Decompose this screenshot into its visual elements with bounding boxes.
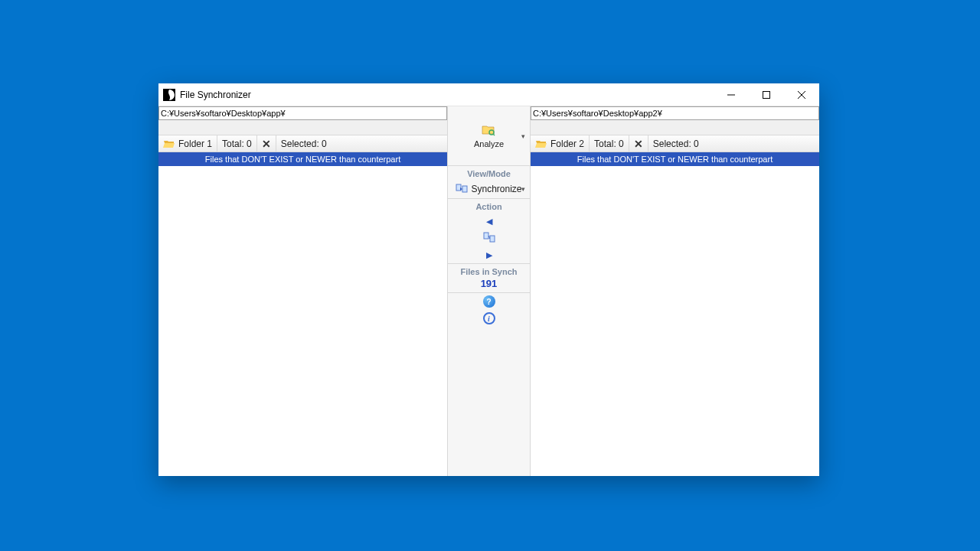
svg-rect-8	[462, 186, 467, 192]
right-clear-button[interactable]: ✕	[629, 135, 648, 152]
left-path-row	[158, 106, 447, 135]
svg-line-6	[493, 134, 495, 135]
help-icon: ?	[483, 295, 495, 308]
center-column: Analyze ▾ View/Mode Synchronize ▾ Action…	[448, 106, 530, 476]
right-path-row	[531, 106, 819, 135]
svg-rect-2	[763, 91, 770, 98]
minimize-icon	[727, 91, 735, 99]
analyze-label: Analyze	[474, 139, 504, 148]
folder-open-icon	[535, 139, 547, 149]
left-clear-button[interactable]: ✕	[257, 135, 276, 152]
left-folder-button[interactable]: Folder 1	[158, 135, 217, 152]
files-in-synch-label: Files in Synch	[448, 264, 530, 278]
right-path-input[interactable]	[531, 106, 819, 120]
close-icon	[798, 91, 805, 99]
app-window: File Synchronizer Folder 1	[158, 83, 819, 476]
left-folder-label: Folder 1	[178, 139, 212, 149]
app-icon	[163, 89, 175, 101]
x-icon: ✕	[262, 138, 271, 150]
synchronize-icon	[456, 182, 468, 196]
sync-both-button[interactable]	[448, 230, 530, 246]
right-folder-bar: Folder 2 Total: 0 ✕ Selected: 0	[531, 135, 819, 152]
right-total-label: Total: 0	[590, 135, 629, 152]
files-in-synch-count: 191	[448, 278, 530, 292]
copy-left-button[interactable]: ◀	[448, 213, 530, 230]
help-button[interactable]: ?	[448, 293, 530, 310]
copy-right-button[interactable]: ▶	[448, 246, 530, 263]
left-pane: Folder 1 Total: 0 ✕ Selected: 0 Files th…	[158, 106, 448, 476]
sync-both-icon	[483, 231, 495, 245]
left-selected-label: Selected: 0	[276, 135, 332, 152]
info-button[interactable]: i	[448, 310, 530, 327]
svg-rect-9	[484, 233, 488, 239]
left-file-list[interactable]	[158, 166, 447, 476]
analyze-dropdown[interactable]: ▾	[521, 132, 525, 140]
info-icon: i	[483, 312, 495, 324]
analyze-icon	[482, 124, 495, 138]
right-folder-button[interactable]: Folder 2	[531, 135, 590, 152]
app-title: File Synchronizer	[180, 90, 251, 100]
synchronize-button[interactable]: Synchronize ▾	[448, 180, 530, 198]
svg-rect-10	[490, 236, 495, 242]
triangle-left-icon: ◀	[486, 217, 492, 227]
left-list-header: Files that DON'T EXIST or NEWER than cou…	[158, 152, 447, 166]
content-area: Folder 1 Total: 0 ✕ Selected: 0 Files th…	[158, 106, 819, 476]
triangle-right-icon: ▶	[486, 250, 492, 260]
x-icon: ✕	[634, 138, 643, 150]
left-path-input[interactable]	[158, 106, 447, 120]
folder-open-icon	[163, 139, 175, 149]
right-folder-label: Folder 2	[550, 139, 584, 149]
left-folder-bar: Folder 1 Total: 0 ✕ Selected: 0	[158, 135, 447, 152]
maximize-icon	[763, 91, 770, 99]
right-selected-label: Selected: 0	[648, 135, 704, 152]
analyze-section: Analyze ▾	[448, 106, 530, 166]
titlebar: File Synchronizer	[158, 83, 819, 106]
close-button[interactable]	[784, 83, 819, 106]
synchronize-label: Synchronize	[471, 184, 521, 194]
synchronize-dropdown[interactable]: ▾	[521, 185, 525, 193]
minimize-button[interactable]	[714, 83, 749, 106]
left-total-label: Total: 0	[217, 135, 257, 152]
analyze-button[interactable]: Analyze	[474, 124, 504, 148]
action-label: Action	[448, 199, 530, 213]
maximize-button[interactable]	[749, 83, 784, 106]
viewmode-label: View/Mode	[448, 166, 530, 180]
right-pane: Folder 2 Total: 0 ✕ Selected: 0 Files th…	[530, 106, 819, 476]
right-list-header: Files that DON'T EXIST or NEWER than cou…	[531, 152, 819, 166]
right-file-list[interactable]	[531, 166, 819, 476]
